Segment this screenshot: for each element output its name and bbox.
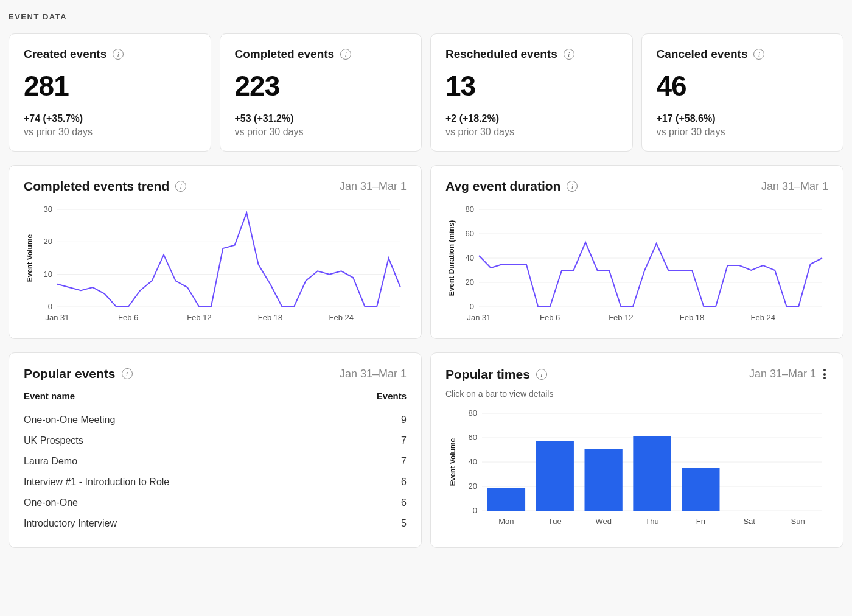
svg-text:0: 0 — [470, 302, 474, 311]
event-name: One-on-One — [24, 497, 78, 508]
svg-text:Feb 12: Feb 12 — [609, 313, 633, 322]
kpi-value: 13 — [445, 69, 618, 102]
svg-text:60: 60 — [469, 433, 477, 442]
event-count: 5 — [401, 518, 407, 529]
svg-text:20: 20 — [466, 278, 474, 287]
svg-text:Wed: Wed — [595, 517, 612, 526]
svg-text:Sun: Sun — [791, 517, 805, 526]
table-row: Interview #1 - Introduction to Role6 — [24, 472, 407, 492]
popular-events-card: Popular events i Jan 31–Mar 1 Event name… — [9, 352, 422, 548]
kpi-compare: vs prior 30 days — [657, 127, 829, 138]
info-icon[interactable]: i — [340, 49, 351, 60]
col-event-name: Event name — [24, 391, 75, 401]
svg-text:Event Volume: Event Volume — [26, 234, 34, 282]
svg-text:60: 60 — [466, 229, 474, 238]
kpi-title: Rescheduled events — [445, 47, 557, 61]
popular-events-body: One-on-One Meeting9UK Prospects7Laura De… — [24, 410, 407, 534]
event-count: 6 — [401, 497, 407, 508]
svg-text:10: 10 — [44, 270, 52, 279]
avg-duration-chart: 020406080Jan 31Feb 6Feb 12Feb 18Feb 24Ev… — [445, 203, 828, 325]
event-name: UK Prospects — [24, 435, 83, 446]
event-count: 9 — [401, 415, 407, 425]
chart-title: Avg event duration — [445, 179, 560, 194]
svg-text:Feb 24: Feb 24 — [329, 313, 354, 322]
chart-title: Popular times — [445, 367, 530, 382]
svg-text:Event Volume: Event Volume — [449, 438, 457, 486]
popular-times-chart[interactable]: 020406080MonTueWedThuFriSatSunEvent Volu… — [445, 407, 828, 529]
bar[interactable] — [682, 468, 719, 511]
kpi-title: Completed events — [235, 47, 335, 61]
event-count: 6 — [401, 477, 407, 488]
avg-duration-card: Avg event duration i Jan 31–Mar 1 020406… — [430, 165, 843, 339]
svg-text:Feb 6: Feb 6 — [540, 313, 560, 322]
svg-text:0: 0 — [48, 302, 52, 311]
chart-range: Jan 31–Mar 1 — [749, 368, 816, 380]
kpi-value: 46 — [657, 69, 829, 102]
bar[interactable] — [633, 436, 671, 511]
table-row: UK Prospects7 — [24, 430, 407, 451]
chart-hint: Click on a bar to view details — [445, 389, 828, 399]
svg-text:80: 80 — [469, 408, 477, 418]
table-row: Introductory Interview5 — [24, 513, 407, 534]
svg-text:40: 40 — [469, 457, 477, 466]
svg-text:Jan 31: Jan 31 — [467, 313, 491, 322]
completed-trend-card: Completed events trend i Jan 31–Mar 1 01… — [9, 165, 422, 339]
event-name: Introductory Interview — [24, 518, 117, 529]
info-icon[interactable]: i — [536, 369, 547, 380]
chart-range: Jan 31–Mar 1 — [340, 180, 407, 193]
event-name: Laura Demo — [24, 456, 77, 467]
svg-text:Tue: Tue — [548, 517, 562, 526]
more-menu-icon[interactable] — [821, 366, 828, 382]
table-row: Laura Demo7 — [24, 451, 407, 472]
svg-text:20: 20 — [469, 481, 477, 491]
svg-text:Thu: Thu — [645, 517, 658, 526]
chart-title: Popular events — [24, 366, 116, 381]
table-row: One-on-One6 — [24, 492, 407, 513]
svg-text:40: 40 — [466, 253, 474, 262]
info-icon[interactable]: i — [113, 49, 124, 60]
svg-text:Feb 12: Feb 12 — [187, 313, 211, 322]
info-icon[interactable]: i — [175, 181, 186, 192]
svg-text:0: 0 — [473, 506, 477, 515]
kpi-card-rescheduled: Rescheduled events i 13 +2 (+18.2%) vs p… — [430, 33, 633, 152]
svg-text:Feb 24: Feb 24 — [751, 313, 775, 322]
kpi-delta: +17 (+58.6%) — [657, 113, 829, 124]
svg-text:80: 80 — [466, 205, 474, 214]
kpi-card-completed: Completed events i 223 +53 (+31.2%) vs p… — [220, 33, 422, 152]
chart-title: Completed events trend — [24, 179, 169, 194]
bar[interactable] — [487, 488, 525, 511]
event-count: 7 — [401, 435, 407, 446]
svg-text:Event Duration (mins): Event Duration (mins) — [447, 220, 456, 296]
bar[interactable] — [536, 441, 574, 511]
col-events: Events — [377, 391, 407, 401]
kpi-delta: +2 (+18.2%) — [445, 113, 618, 124]
chart-range: Jan 31–Mar 1 — [340, 368, 407, 380]
event-name: One-on-One Meeting — [24, 415, 115, 425]
kpi-card-canceled: Canceled events i 46 +17 (+58.6%) vs pri… — [641, 33, 844, 152]
svg-text:Feb 6: Feb 6 — [118, 313, 138, 322]
svg-text:Feb 18: Feb 18 — [258, 313, 282, 322]
svg-text:Jan 31: Jan 31 — [45, 313, 69, 322]
svg-text:Mon: Mon — [498, 517, 514, 526]
kpi-title: Created events — [24, 47, 106, 61]
info-icon[interactable]: i — [122, 368, 133, 379]
info-icon[interactable]: i — [753, 49, 764, 60]
bar[interactable] — [584, 449, 622, 511]
chart-range: Jan 31–Mar 1 — [761, 180, 828, 193]
svg-text:30: 30 — [44, 205, 52, 214]
info-icon[interactable]: i — [567, 181, 578, 192]
table-row: One-on-One Meeting9 — [24, 410, 407, 430]
kpi-value: 281 — [24, 69, 196, 102]
popular-times-card: Popular times i Jan 31–Mar 1 Click on a … — [430, 352, 843, 548]
bottom-row: Popular events i Jan 31–Mar 1 Event name… — [9, 352, 843, 548]
kpi-row: Created events i 281 +74 (+35.7%) vs pri… — [9, 33, 843, 152]
kpi-compare: vs prior 30 days — [445, 127, 618, 138]
section-label: EVENT DATA — [9, 12, 843, 21]
event-count: 7 — [401, 456, 407, 467]
svg-text:20: 20 — [44, 237, 52, 246]
info-icon[interactable]: i — [564, 49, 574, 60]
event-name: Interview #1 - Introduction to Role — [24, 477, 169, 488]
kpi-delta: +74 (+35.7%) — [24, 113, 196, 124]
kpi-compare: vs prior 30 days — [24, 127, 196, 138]
kpi-compare: vs prior 30 days — [235, 127, 407, 138]
